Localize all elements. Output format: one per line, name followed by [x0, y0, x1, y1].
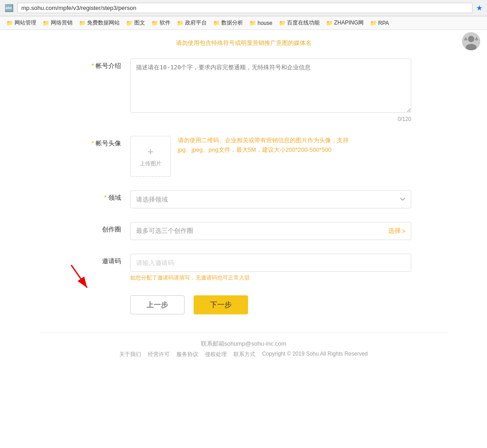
account-avatar-row: 帐号头像 + 上传图片 请勿使用二维码、企业相关或带有营销信息的图片作为头像，支… [76, 136, 411, 177]
domain-wrap: 请选择领域 [130, 190, 411, 208]
account-avatar-wrap: + 上传图片 请勿使用二维码、企业相关或带有营销信息的图片作为头像，支持jpg、… [130, 136, 411, 177]
bookmark-star-icon[interactable]: ★ [476, 4, 482, 12]
folder-icon: 📁 [79, 20, 86, 26]
footer-copyright: Copyright © 2019 Sohu All Rights Reserve… [262, 351, 368, 358]
bookmark-network-marketing[interactable]: 📁 网络营销 [40, 18, 75, 28]
upload-box[interactable]: + 上传图片 [130, 136, 171, 177]
creation-circle-placeholder: 最多可选三个创作圈 [136, 227, 388, 235]
bookmark-free-data[interactable]: 📁 免费数据网站 [76, 18, 122, 28]
invite-code-row: 邀请码 如您分配了邀请码请填写，无邀请码也可正常入驻 [76, 254, 411, 282]
footer-link-contact[interactable]: 联系方式 [234, 351, 255, 358]
folder-icon: 📁 [326, 20, 333, 26]
url-input[interactable]: mp.sohu.com/mpfe/v3/register/step3/perso… [17, 3, 472, 13]
invite-code-hint: 如您分配了邀请码请填写，无邀请码也可正常入驻 [130, 274, 411, 282]
avatar[interactable] [462, 32, 480, 50]
domain-row: 领域 请选择领域 [76, 190, 411, 208]
warning-text: 请勿使用包含特殊符号或明显营销推广意图的媒体名 [76, 39, 411, 47]
account-intro-row: 帐号介绍 0/120 [76, 58, 411, 122]
folder-icon: 📁 [279, 20, 286, 26]
footer-links: 关于我们 经营许可 服务协议 侵权处理 联系方式 Copyright © 201… [46, 351, 441, 358]
folder-icon: 📁 [213, 20, 220, 26]
account-intro-label: 帐号介绍 [76, 58, 121, 70]
avatar-upload-area: + 上传图片 请勿使用二维码、企业相关或带有营销信息的图片作为头像，支持jpg、… [130, 136, 411, 177]
folder-icon: 📁 [151, 20, 158, 26]
domain-select[interactable]: 请选择领域 [130, 190, 411, 208]
bookmark-website-mgmt[interactable]: 📁 网站管理 [4, 18, 39, 28]
folder-icon: 📁 [6, 20, 13, 26]
bookmark-house[interactable]: 📁 house [247, 19, 275, 27]
bookmark-graphic[interactable]: 📁 图文 [123, 18, 148, 28]
folder-icon: 📁 [370, 20, 377, 26]
domain-label: 领域 [76, 190, 121, 202]
creation-circle-select[interactable]: 最多可选三个创作圈 选择 > [130, 222, 411, 240]
next-button[interactable]: 下一步 [194, 295, 248, 314]
translate-icon[interactable]: 🔤 [5, 4, 14, 12]
footer-link-about[interactable]: 关于我们 [119, 351, 141, 358]
upload-label: 上传图片 [140, 160, 161, 168]
bookmark-baidu-online[interactable]: 📁 百度在线功能 [276, 18, 322, 28]
upload-hint: 请勿使用二维码、企业相关或带有营销信息的图片作为头像，支持jpg、jpeg、pn… [178, 136, 350, 155]
textarea-counter: 0/120 [130, 116, 411, 122]
bookmark-data-analysis[interactable]: 📁 数据分析 [210, 18, 246, 28]
invite-code-wrap: 如您分配了邀请码请填写，无邀请码也可正常入驻 [130, 254, 411, 282]
arrow-annotation [62, 260, 98, 297]
prev-button[interactable]: 上一步 [130, 295, 185, 314]
bookmark-software[interactable]: 📁 软件 [149, 18, 173, 28]
footer-link-infringement[interactable]: 侵权处理 [205, 351, 227, 358]
creation-circle-btn[interactable]: 选择 > [388, 227, 405, 235]
bookmark-zhaping[interactable]: 📁 ZHAPING网 [323, 18, 366, 28]
footer-link-license[interactable]: 经营许可 [148, 351, 170, 358]
svg-point-1 [468, 36, 474, 42]
btn-row: 上一步 下一步 [76, 295, 411, 314]
bookmark-rpa[interactable]: 📁 RPA [367, 19, 392, 27]
account-avatar-label: 帐号头像 [76, 136, 121, 148]
svg-line-6 [71, 265, 87, 288]
chevron-right-icon: > [402, 227, 405, 235]
bookmarks-bar: 📁 网站管理 📁 网络营销 📁 免费数据网站 📁 图文 📁 软件 📁 政府平台 … [0, 16, 487, 30]
footer-contact: 联系邮箱sohump@sohu-inc.com [46, 340, 441, 348]
browser-address-bar: 🔤 mp.sohu.com/mpfe/v3/register/step3/per… [0, 0, 487, 16]
invite-code-input[interactable] [130, 254, 411, 272]
creation-circle-row: 创作圈 最多可选三个创作圈 选择 > [76, 222, 411, 240]
creation-circle-label: 创作圈 [76, 222, 121, 234]
folder-icon: 📁 [126, 20, 133, 26]
account-intro-wrap: 0/120 [130, 58, 411, 122]
upload-plus-icon: + [147, 145, 154, 158]
account-intro-textarea[interactable] [130, 58, 411, 113]
folder-icon: 📁 [249, 20, 256, 26]
creation-circle-wrap: 最多可选三个创作圈 选择 > [130, 222, 411, 240]
bookmark-gov-platform[interactable]: 📁 政府平台 [174, 18, 209, 28]
footer-link-service[interactable]: 服务协议 [176, 351, 198, 358]
folder-icon: 📁 [43, 20, 49, 26]
page-content: 请勿使用包含特殊符号或明显营销推广意图的媒体名 帐号介绍 0/120 帐号头像 [39, 30, 448, 383]
folder-icon: 📁 [177, 20, 184, 26]
page-footer: 联系邮箱sohump@sohu-inc.com 关于我们 经营许可 服务协议 侵… [39, 332, 448, 365]
